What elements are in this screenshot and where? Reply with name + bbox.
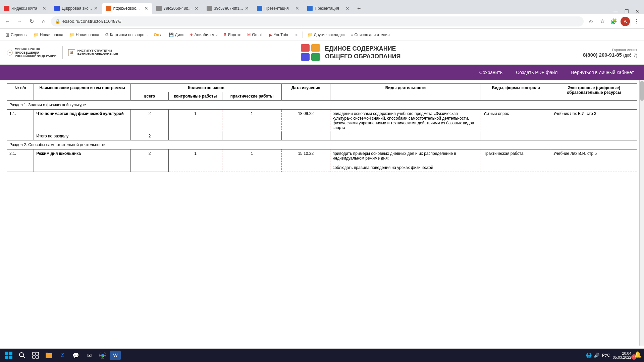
more-icon: »	[296, 33, 298, 37]
date-display: 05.03.2022	[613, 355, 631, 359]
bookmark-ok[interactable]: Ок a	[151, 31, 165, 39]
tab-presentation1[interactable]: Презентация ✕	[253, 3, 303, 14]
bookmark-icon[interactable]: ☆	[598, 17, 607, 26]
bookmark-folder1[interactable]: 📁 Новая папка	[31, 31, 66, 39]
extensions-icon[interactable]: 🧩	[609, 17, 619, 26]
site-title: ЕДИНОЕ СОДЕРЖАНИЕ ОБЩЕГО ОБРАЗОВАНИЯ	[325, 45, 401, 61]
bookmark-disk[interactable]: 💾 Диск	[166, 31, 186, 39]
system-tray: 🌐 🔊	[586, 353, 599, 358]
total-label-cell	[7, 132, 34, 140]
total-empty4	[330, 132, 481, 140]
menu-icon[interactable]: ⋮	[632, 17, 641, 26]
taskbar-search-button[interactable]	[16, 349, 28, 361]
tab-close-icon[interactable]: ✕	[94, 6, 98, 11]
zoom-button[interactable]: Z	[56, 349, 68, 361]
cell-resource-editable[interactable]: Учебник Лях В.И. стр 3	[551, 110, 637, 132]
scrollbar[interactable]	[639, 80, 644, 346]
logo-divider	[62, 46, 63, 59]
tab-edsoo[interactable]: https://edsoo... ✕	[102, 3, 152, 14]
col-hours-header: Количество часов	[131, 84, 282, 92]
logo-square-blue	[301, 53, 310, 61]
grid-icon: ⊞	[5, 32, 9, 38]
bookmark-label: YouTube	[274, 33, 289, 37]
new-tab-button[interactable]: +	[354, 3, 364, 14]
table-row: 2.1. Режим дня школьника 2 1 1 15.10.22 …	[7, 149, 637, 172]
total-label: Итого по разделу	[34, 132, 131, 140]
tab-uuid1[interactable]: 79fc205d-48b... ✕	[152, 3, 203, 14]
site-header: ⚜ МИНИСТЕРСТВО ПРОСВЕЩЕНИЯ РОССИЙСКОЙ ФЕ…	[0, 41, 644, 65]
tab-close-icon[interactable]: ✕	[42, 6, 46, 11]
cell-hours-practice-editable[interactable]: 1	[222, 110, 282, 132]
notification-area[interactable]: 🔔 1	[634, 351, 641, 360]
bookmark-youtube[interactable]: ▶ YouTube	[266, 31, 292, 39]
cell-hours-control-editable[interactable]: 1	[168, 110, 222, 132]
tab-uuid2[interactable]: 39c57e67-dff1... ✕	[203, 3, 253, 14]
save-button[interactable]: Сохранить	[479, 70, 503, 75]
logo-square-green	[311, 53, 320, 61]
bookmark-google[interactable]: G Картинки по запро...	[103, 31, 151, 39]
bookmark-label: Список для чтения	[354, 33, 389, 37]
minimize-button[interactable]: —	[612, 9, 620, 14]
cell-date-editable[interactable]: 18.09.22	[282, 110, 330, 132]
lang-indicator[interactable]: РУС	[602, 353, 610, 358]
bookmark-label: Диск	[175, 33, 184, 37]
cell-activities-editable[interactable]: приводить примеры основных дневных дел и…	[330, 149, 481, 172]
cell-resource-editable[interactable]: Учебние Лях В.И. стр 5	[551, 149, 637, 172]
cell-hours-control-editable[interactable]: 1	[168, 149, 222, 172]
bookmarks-bar: ⊞ Сервисы 📁 Новая папка 📁 Новая папка G …	[0, 29, 644, 41]
bookmark-other[interactable]: 📁 Другие закладки	[305, 31, 347, 39]
lock-icon: 🔒	[55, 19, 60, 24]
cabinet-button[interactable]: Вернуться в личный кабинет	[571, 70, 634, 75]
forward-button[interactable]: →	[15, 17, 24, 26]
col-date: Дата изучения	[282, 84, 330, 101]
total-hours: 2	[131, 132, 168, 140]
col-num: № п/п	[7, 84, 34, 101]
task-view-button[interactable]	[30, 349, 42, 361]
cell-hours-practice-editable[interactable]: 1	[222, 149, 282, 172]
cell-control-editable[interactable]: Устный опрос	[481, 110, 551, 132]
site-logos: ⚜ МИНИСТЕРСТВО ПРОСВЕЩЕНИЯ РОССИЙСКОЙ ФЕ…	[7, 46, 118, 59]
tab-yandex-mail[interactable]: Яндекс.Почта ✕	[0, 3, 50, 14]
bookmark-folder2[interactable]: 📁 Новая папка	[67, 31, 102, 39]
tab-digital[interactable]: Цифровая эко... ✕	[50, 3, 102, 14]
bookmark-avia[interactable]: ✈ Авиабилеты	[187, 31, 220, 39]
chrome-button[interactable]	[97, 349, 109, 361]
tab-close-icon[interactable]: ✕	[195, 6, 199, 11]
file-explorer-button[interactable]	[43, 349, 55, 361]
tab-presentation2[interactable]: Презентация ✕	[303, 3, 354, 14]
bookmark-reading-list[interactable]: ≡ Список для чтения	[348, 31, 392, 39]
main-logo: ЕДИНОЕ СОДЕРЖАНИЕ ОБЩЕГО ОБРАЗОВАНИЯ	[301, 44, 401, 61]
table-wrapper: № п/п Наименование разделов и тем програ…	[0, 80, 644, 346]
scroll-thumb[interactable]	[640, 81, 644, 101]
bookmark-label: Сервисы	[11, 33, 28, 37]
tab-close-icon[interactable]: ✕	[245, 6, 249, 11]
tab-close-icon[interactable]: ✕	[295, 6, 299, 11]
close-button[interactable]: ✕	[633, 9, 641, 14]
svg-rect-10	[33, 352, 35, 355]
restore-button[interactable]: ❐	[623, 9, 631, 14]
start-button[interactable]	[3, 349, 15, 361]
tab-close-icon[interactable]: ✕	[345, 6, 350, 11]
cell-activities-editable[interactable]: овладении основами содержания учебного п…	[330, 110, 481, 132]
share-icon[interactable]: ⎋	[586, 17, 596, 26]
bookmark-yandex[interactable]: Я Яндекс	[221, 31, 244, 39]
home-button[interactable]: ⌂	[39, 17, 48, 26]
profile-icon[interactable]: А	[621, 17, 630, 26]
cell-date-editable[interactable]: 15.10.22	[282, 149, 330, 172]
back-button[interactable]: ←	[3, 17, 12, 26]
bookmark-services[interactable]: ⊞ Сервисы	[3, 31, 30, 39]
tab-favicon	[106, 6, 111, 11]
word-button[interactable]: W	[110, 351, 121, 360]
cell-control-editable[interactable]: Практическая работа	[481, 149, 551, 172]
chat-button[interactable]: 💬	[70, 349, 82, 361]
address-bar[interactable]: 🔒 edsoo.ru/constructor/110487/#	[51, 16, 584, 26]
bookmark-gmail[interactable]: M Gmail	[245, 31, 265, 39]
mail-button[interactable]: ✉	[83, 349, 95, 361]
ministry-logo: ⚜ МИНИСТЕРСТВО ПРОСВЕЩЕНИЯ РОССИЙСКОЙ ФЕ…	[7, 46, 57, 59]
svg-rect-6	[5, 356, 8, 359]
tab-close-icon[interactable]: ✕	[144, 6, 148, 11]
bookmark-more[interactable]: »	[293, 31, 301, 39]
hotline: Горячая линия 8(800) 200-91-85 (доб. 7)	[583, 48, 637, 58]
reload-button[interactable]: ↻	[27, 17, 36, 26]
pdf-button[interactable]: Создать PDF файл	[516, 70, 557, 75]
